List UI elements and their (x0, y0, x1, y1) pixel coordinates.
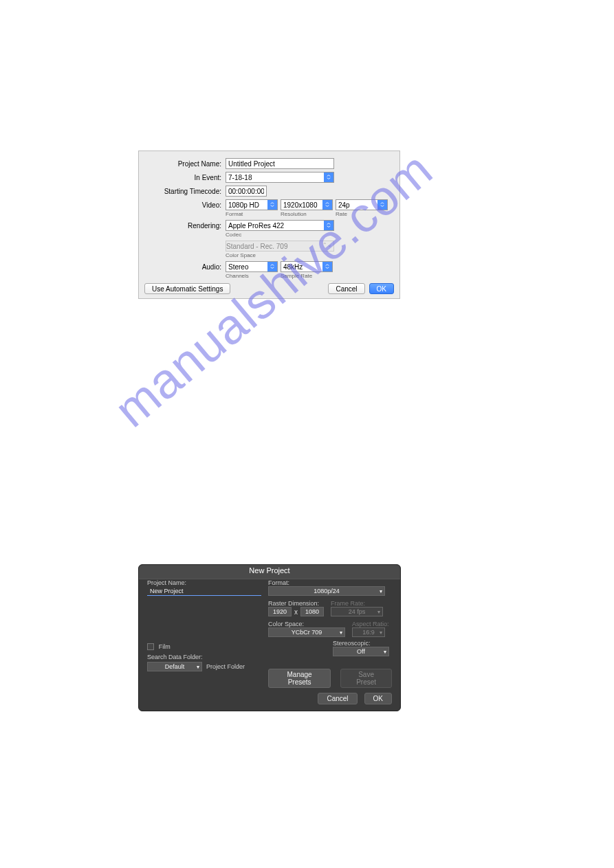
starting-timecode-input[interactable] (226, 186, 267, 197)
frame-rate-label: Frame Rate: (331, 600, 383, 607)
chevron-down-icon (324, 221, 333, 230)
project-name-label: Project Name: (146, 160, 226, 168)
raster-height-input[interactable]: 1080 (300, 607, 324, 616)
ok-button[interactable]: OK (369, 283, 394, 294)
chevron-down-icon (377, 200, 387, 210)
in-event-label: In Event: (146, 174, 226, 181)
format-select[interactable]: 1080p/24 (268, 586, 385, 596)
raster-width-input[interactable]: 1920 (268, 607, 292, 616)
chevron-up-down-icon: ⌃⌄ (322, 242, 332, 248)
search-data-folder-select[interactable]: Default (147, 662, 202, 671)
color-space-select-disabled: Standard - Rec. 709 ⌃⌄ (226, 241, 334, 252)
audio-samplerate-select[interactable]: 48kHz (281, 261, 333, 272)
in-event-select[interactable]: 7-18-18 (226, 172, 334, 183)
cancel-button[interactable]: Cancel (328, 283, 364, 294)
video-label: Video: (146, 201, 226, 209)
color-space-value: Standard - Rec. 709 (226, 243, 288, 250)
color-space-label: Color Space: (268, 621, 345, 627)
video-rate-value: 24p (338, 201, 350, 209)
aspect-ratio-label: Aspect Ratio: (352, 621, 389, 627)
chevron-down-icon (267, 262, 277, 271)
project-name-label: Project Name: (147, 579, 263, 586)
raster-dimension-label: Raster Dimension: (268, 600, 324, 607)
search-data-folder-label: Search Data Folder: (147, 654, 263, 660)
format-label: Format: (268, 579, 392, 586)
starting-timecode-label: Starting Timecode: (146, 188, 226, 195)
raster-x-label: x (292, 608, 300, 616)
chevron-down-icon (324, 173, 333, 182)
project-name-input[interactable] (226, 158, 334, 169)
video-format-sublabel: Format (226, 211, 281, 217)
cancel-button[interactable]: Cancel (318, 693, 357, 704)
audio-channels-value: Stereo (228, 263, 248, 271)
audio-samplerate-sublabel: Sample Rate (281, 273, 336, 279)
audio-channels-sublabel: Channels (226, 273, 281, 279)
stereoscopic-select[interactable]: Off (333, 647, 389, 656)
chevron-down-icon (322, 200, 332, 210)
video-resolution-select[interactable]: 1920x1080 (281, 199, 333, 210)
audio-label: Audio: (146, 263, 226, 271)
rendering-codec-value: Apple ProRes 422 (228, 222, 284, 230)
manage-presets-button[interactable]: Manage Presets (268, 669, 331, 688)
use-automatic-settings-button[interactable]: Use Automatic Settings (144, 283, 230, 294)
chevron-down-icon (267, 200, 277, 210)
video-rate-select[interactable]: 24p (336, 199, 388, 210)
save-preset-button-disabled: Save Preset (340, 669, 392, 688)
video-resolution-sublabel: Resolution (281, 211, 336, 217)
video-format-select[interactable]: 1080p HD (226, 199, 278, 210)
rendering-codec-select[interactable]: Apple ProRes 422 (226, 220, 334, 231)
frame-rate-select-disabled: 24 fps (331, 607, 383, 616)
rendering-codec-sublabel: Codec (226, 232, 241, 238)
ok-button[interactable]: OK (364, 693, 392, 704)
aspect-ratio-select-disabled: 16:9 (352, 627, 385, 637)
project-name-input[interactable]: New Project (147, 586, 261, 596)
film-label: Film (159, 643, 171, 650)
audio-channels-select[interactable]: Stereo (226, 261, 278, 272)
in-event-value: 7-18-18 (228, 174, 252, 181)
video-format-value: 1080p HD (228, 201, 259, 209)
color-space-sublabel: Color Space (226, 252, 256, 258)
film-checkbox[interactable] (147, 643, 154, 650)
video-rate-sublabel: Rate (336, 211, 391, 217)
stereoscopic-label: Stereoscopic: (333, 640, 393, 647)
rendering-label: Rendering: (146, 222, 226, 230)
audio-samplerate-value: 48kHz (283, 263, 303, 271)
chevron-down-icon (322, 262, 332, 271)
fcpx-project-settings-dialog: Project Name: In Event: 7-18-18 Starting… (138, 151, 400, 299)
avid-new-project-dialog: New Project Project Name: New Project Fi… (138, 564, 401, 711)
dialog-title: New Project (139, 565, 400, 579)
color-space-select[interactable]: YCbCr 709 (268, 627, 345, 637)
project-folder-label: Project Folder (206, 663, 245, 670)
video-resolution-value: 1920x1080 (283, 201, 318, 209)
